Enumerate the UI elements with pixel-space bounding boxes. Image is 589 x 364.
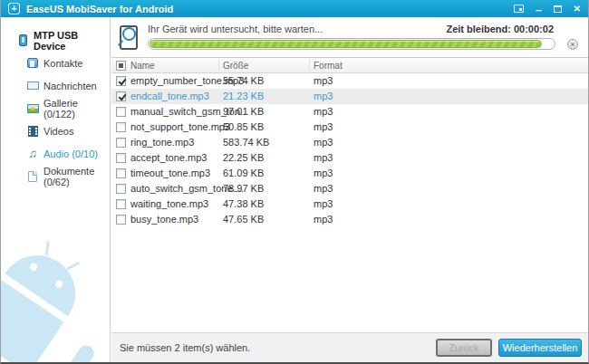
file-name: not_support_tone.mp3: [130, 120, 230, 135]
close-button[interactable]: ✕: [574, 4, 581, 14]
row-checkbox[interactable]: [116, 199, 126, 209]
table-row[interactable]: empty_number_tone.mp3 55.74 KB mp3: [111, 73, 588, 89]
column-header-format[interactable]: Format: [314, 58, 343, 73]
device-scan-icon: [120, 25, 138, 50]
file-size: 47.38 KB: [223, 196, 264, 212]
file-format: mp3: [314, 73, 333, 89]
content: Ihr Gerät wird untersucht, bitte warten.…: [111, 17, 588, 362]
maximize-button[interactable]: [554, 5, 562, 13]
table-row[interactable]: not_support_tone.mp3 50.85 KB mp3: [111, 120, 588, 135]
window-title: EaseUS MobiSaver for Android: [26, 4, 514, 14]
back-button[interactable]: Zurück: [436, 339, 492, 357]
recover-button[interactable]: Wiederherstellen: [498, 339, 582, 357]
row-checkbox[interactable]: [116, 138, 126, 148]
progress-bar: [148, 38, 555, 50]
sidebar-item-label: Gallerie (0/122): [43, 98, 110, 120]
file-name: timeout_tone.mp3: [130, 166, 210, 181]
sidebar-nav: MTP USB Device Kontakte Nachrichten Gall…: [1, 17, 110, 187]
file-name: endcall_tone.mp3: [130, 89, 209, 104]
sidebar-item-label: MTP USB Device: [34, 30, 110, 52]
table-row[interactable]: accept_tone.mp3 22.25 KB mp3: [111, 150, 588, 166]
sidebar-item-label: Audio (0/10): [43, 148, 98, 159]
scan-message: Ihr Gerät wird untersucht, bitte warten.…: [148, 24, 323, 34]
table-row[interactable]: auto_switch_gsm_tone.... 78.97 KB mp3: [111, 181, 588, 196]
file-size: 47.65 KB: [223, 212, 264, 227]
file-size: 583.74 KB: [223, 135, 269, 150]
file-format: mp3: [314, 104, 333, 120]
row-checkbox[interactable]: [116, 91, 126, 101]
file-format: mp3: [314, 196, 333, 212]
scan-section: Ihr Gerät wird untersucht, bitte warten.…: [111, 17, 588, 57]
column-header-size[interactable]: Größe: [223, 58, 248, 73]
file-size: 50.85 KB: [223, 120, 264, 135]
row-checkbox[interactable]: [116, 107, 126, 117]
message-icon: [26, 81, 39, 90]
column-header-name[interactable]: Name: [130, 58, 155, 73]
file-size: 97.01 KB: [223, 104, 264, 120]
table-row[interactable]: endcall_tone.mp3 21.23 KB mp3: [111, 89, 588, 104]
row-checkbox[interactable]: [116, 153, 126, 163]
selection-status: Sie müssen 2 item(s) wählen.: [120, 342, 436, 353]
file-size: 78.97 KB: [223, 181, 264, 196]
progress-fill: [150, 40, 542, 48]
file-name: busy_tone.mp3: [130, 212, 198, 227]
time-remaining: Zeit bleibend: 00:00:02: [446, 24, 554, 34]
file-name: waiting_tone.mp3: [130, 196, 208, 212]
sidebar-item-audio[interactable]: ♫ Audio (0/10): [1, 142, 110, 165]
easeus-logo-icon: +: [8, 3, 20, 14]
select-all-checkbox[interactable]: [116, 61, 126, 71]
table-body: empty_number_tone.mp3 55.74 KB mp3 endca…: [111, 73, 588, 227]
row-checkbox[interactable]: [116, 215, 126, 225]
document-icon: [26, 171, 39, 182]
contacts-icon: [26, 58, 39, 68]
row-checkbox[interactable]: [116, 184, 126, 194]
audio-icon: ♫: [26, 148, 39, 159]
window-controls: – ✕: [514, 2, 581, 15]
file-size: 61.09 KB: [223, 166, 264, 181]
file-format: mp3: [314, 181, 333, 196]
sidebar-item-kontakte[interactable]: Kontakte: [1, 52, 110, 74]
sidebar-item-nachrichten[interactable]: Nachrichten: [1, 74, 110, 97]
app-window: + EaseUS MobiSaver for Android – ✕ MTP U…: [0, 0, 589, 364]
file-format: mp3: [314, 150, 333, 166]
sidebar-item-gallerie[interactable]: Gallerie (0/122): [1, 97, 110, 120]
table-row[interactable]: manual_switch_gsm_ton... 97.01 KB mp3: [111, 104, 588, 120]
sidebar-item-dokumente[interactable]: Dokumente (0/62): [1, 165, 110, 187]
sidebar-item-label: Videos: [43, 126, 73, 137]
file-name: ring_tone.mp3: [130, 135, 194, 150]
gallery-icon: [26, 104, 39, 113]
file-size: 21.23 KB: [223, 89, 264, 104]
file-format: mp3: [314, 166, 333, 181]
file-name: accept_tone.mp3: [130, 150, 207, 166]
file-format: mp3: [314, 135, 333, 150]
file-format: mp3: [314, 212, 333, 227]
stop-scan-button[interactable]: ×: [567, 39, 578, 50]
table-row[interactable]: timeout_tone.mp3 61.09 KB mp3: [111, 166, 588, 181]
table-row[interactable]: ring_tone.mp3 583.74 KB mp3: [111, 135, 588, 150]
file-size: 55.74 KB: [223, 73, 264, 89]
file-format: mp3: [314, 89, 333, 104]
footer-bar: Sie müssen 2 item(s) wählen. Zurück Wied…: [111, 332, 588, 362]
sidebar-item-label: Kontakte: [43, 58, 82, 69]
file-format: mp3: [314, 120, 333, 135]
phone-icon: [16, 34, 29, 46]
sidebar-item-videos[interactable]: Videos: [1, 120, 110, 142]
row-checkbox[interactable]: [116, 122, 126, 132]
video-icon: [26, 126, 39, 137]
screen-icon[interactable]: [514, 5, 524, 13]
android-robot-watermark: [1, 241, 110, 362]
file-table: Name Größe Format empty_number_tone.mp3 …: [111, 57, 588, 332]
table-row[interactable]: busy_tone.mp3 47.65 KB mp3: [111, 212, 588, 227]
sidebar-item-device[interactable]: MTP USB Device: [1, 29, 110, 52]
minimize-button[interactable]: –: [536, 5, 542, 15]
table-row[interactable]: waiting_tone.mp3 47.38 KB mp3: [111, 196, 588, 212]
sidebar: MTP USB Device Kontakte Nachrichten Gall…: [1, 17, 111, 362]
table-header: Name Größe Format: [111, 58, 588, 73]
sidebar-item-label: Dokumente (0/62): [43, 166, 110, 187]
file-size: 22.25 KB: [223, 150, 264, 166]
titlebar: + EaseUS MobiSaver for Android – ✕: [1, 0, 588, 17]
row-checkbox[interactable]: [116, 76, 126, 86]
sidebar-item-label: Nachrichten: [43, 81, 97, 91]
row-checkbox[interactable]: [116, 168, 126, 178]
